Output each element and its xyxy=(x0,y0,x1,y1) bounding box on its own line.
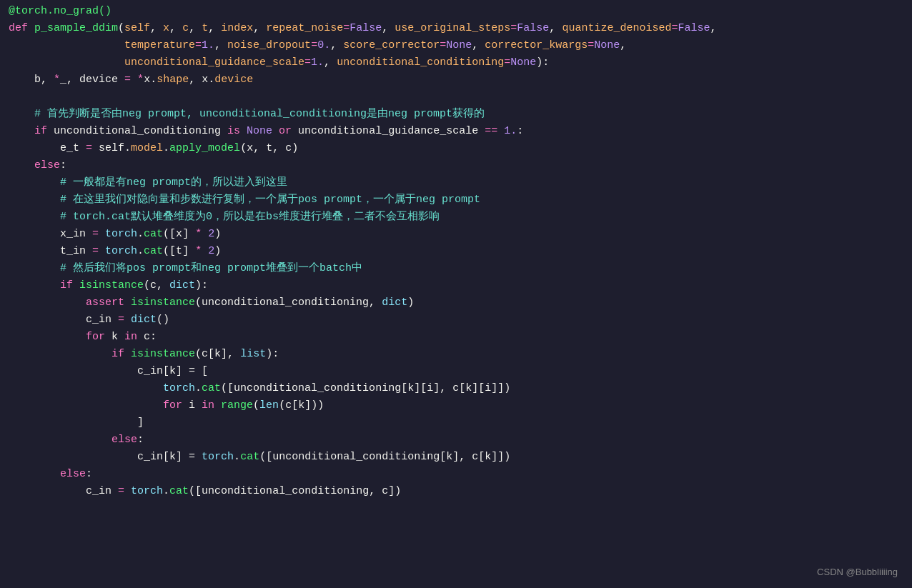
token-variable: i xyxy=(427,382,433,394)
token-attr: device xyxy=(214,74,253,86)
token-punct: ][ xyxy=(472,382,485,394)
token-punct: . xyxy=(137,228,144,240)
token-keyword: for xyxy=(9,399,189,412)
token-operator: == xyxy=(478,125,504,137)
token-variable: t xyxy=(176,245,182,257)
code-line: c_in = torch.cat([unconditional_conditio… xyxy=(0,483,912,500)
token-variable: x xyxy=(176,228,182,240)
token-operator: = xyxy=(79,142,99,154)
token-variable: x_in xyxy=(9,228,86,240)
token-variable: k xyxy=(111,331,118,343)
token-variable: c xyxy=(382,485,388,497)
token-keyword: if xyxy=(9,125,54,137)
token-punct: [ xyxy=(440,451,446,463)
code-text: # 首先判断是否由neg prompt, unconditional_condi… xyxy=(9,106,903,123)
token-variable: k xyxy=(298,399,304,412)
code-line: c_in[k] = torch.cat([unconditional_condi… xyxy=(0,449,912,466)
token-comment-zh: # 一般都是有neg prompt的，所以进入到这里 xyxy=(9,176,287,189)
token-param: noise_dropout xyxy=(227,39,311,51)
token-operator: = xyxy=(440,39,446,51)
token-builtin: torch xyxy=(105,228,137,240)
token-keyword: else xyxy=(9,434,137,446)
code-text: # torch.cat默认堆叠维度为0，所以是在bs维度进行堆叠，二者不会互相影… xyxy=(9,209,903,226)
token-param: unconditional_conditioning xyxy=(337,56,504,69)
code-text: else: xyxy=(9,466,903,483)
token-funcname: apply_model xyxy=(169,142,240,154)
code-line: b, *_, device = *x.shape, x.device xyxy=(0,71,912,89)
token-punct: ] xyxy=(182,245,195,257)
token-operator: = xyxy=(111,485,131,497)
code-text: temperature=1., noise_dropout=0., score_… xyxy=(9,37,903,54)
token-punct: , xyxy=(620,39,626,51)
token-param: corrector_kwargs xyxy=(485,39,588,51)
token-variable: e_t xyxy=(9,142,79,154)
token-punct: , xyxy=(189,74,202,86)
token-punct: : xyxy=(137,434,144,446)
token-punct: ) xyxy=(407,297,414,309)
token-punct: . xyxy=(137,245,144,257)
token-funcname: isinstance xyxy=(131,297,195,309)
token-decorator: @torch.no_grad() xyxy=(9,5,111,17)
token-variable: k xyxy=(169,451,176,463)
token-punct: , xyxy=(253,142,266,154)
token-operator: = xyxy=(588,39,594,51)
code-line: else: xyxy=(0,157,912,174)
token-operator: * xyxy=(137,74,144,86)
token-variable: c xyxy=(285,399,292,412)
token-keyword: for xyxy=(9,331,111,343)
token-param: self xyxy=(124,22,150,34)
token-punct: ) xyxy=(292,142,298,154)
token-param: temperature xyxy=(9,39,195,51)
token-variable: k xyxy=(214,348,221,360)
token-punct: ] xyxy=(182,228,195,240)
token-variable: device xyxy=(79,74,118,86)
token-keyword: in xyxy=(195,399,221,412)
token-punct: [ xyxy=(459,382,465,394)
token-operator: * xyxy=(54,74,60,86)
token-variable: unconditional_guidance_scale xyxy=(298,125,478,137)
token-variable: _ xyxy=(60,74,66,86)
token-punct: , xyxy=(41,74,54,86)
token-punct: ( xyxy=(118,22,124,34)
token-punct: , xyxy=(208,22,221,34)
token-operator: = xyxy=(118,74,137,86)
token-punct: , xyxy=(253,22,266,34)
token-variable: unconditional_conditioning xyxy=(202,485,369,497)
token-number: 2 xyxy=(202,245,214,257)
token-punct: ]) xyxy=(388,485,401,497)
token-punct: . xyxy=(163,485,169,497)
token-punct: [ xyxy=(163,365,169,377)
token-param: quantize_denoised xyxy=(562,22,671,34)
code-line: assert isinstance(unconditional_conditio… xyxy=(0,294,912,312)
code-line: ] xyxy=(0,414,912,432)
token-funcname: isinstance xyxy=(79,279,144,291)
code-line: # 首先判断是否由neg prompt, unconditional_condi… xyxy=(0,106,912,123)
token-punct: ( xyxy=(195,297,202,309)
token-funcname: cat xyxy=(144,228,163,240)
code-line: if isinstance(c[k], list): xyxy=(0,346,912,363)
code-line: # 然后我们将pos prompt和neg prompt堆叠到一个batch中 xyxy=(0,260,912,277)
code-line: # 一般都是有neg prompt的，所以进入到这里 xyxy=(0,174,912,191)
token-number: 2 xyxy=(202,228,214,240)
code-text: for i in range(len(c[k])) xyxy=(9,397,903,414)
token-variable: x xyxy=(144,74,150,86)
token-variable: c xyxy=(144,331,150,343)
token-variable: c xyxy=(285,142,292,154)
token-param: use_original_steps xyxy=(395,22,510,34)
token-variable: x xyxy=(247,142,253,154)
token-punct: , xyxy=(169,22,182,34)
token-funcname: cat xyxy=(144,245,163,257)
token-keyword: if xyxy=(9,279,79,291)
token-variable: c_in xyxy=(9,451,163,463)
token-punct: . xyxy=(150,74,157,86)
token-number: 1. xyxy=(202,39,214,51)
token-punct: , xyxy=(66,74,79,86)
token-builtin: dict xyxy=(131,314,157,326)
token-variable: unconditional_conditioning xyxy=(54,125,221,137)
token-punct: ( xyxy=(253,399,259,412)
token-punct: . xyxy=(195,382,202,394)
token-variable: c_in xyxy=(9,365,163,377)
token-none-val: None xyxy=(594,39,620,51)
token-operator: * xyxy=(195,245,202,257)
token-punct: ([ xyxy=(221,382,234,394)
